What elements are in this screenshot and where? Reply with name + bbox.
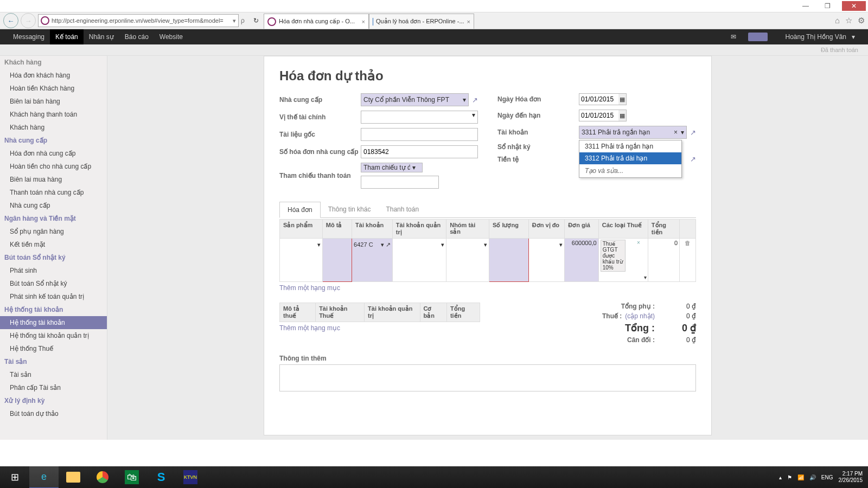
favorites-icon[interactable]: ☆ xyxy=(845,16,852,25)
sidebar-item[interactable]: Biên lai bán hàng xyxy=(0,95,107,108)
sidebar-item[interactable]: Phát sinh kế toán quản trị xyxy=(0,290,107,303)
col-qty: Số lượng xyxy=(489,220,529,239)
asset-cell[interactable]: ▾ xyxy=(448,240,487,249)
supplier-select[interactable]: Cty Cổ phần Viễn Thông FPT▾ xyxy=(361,93,469,106)
user-menu[interactable]: Hoàng Thị Hồng Vân ▾ xyxy=(774,29,860,44)
window-close[interactable]: ✕ xyxy=(842,1,866,11)
back-button[interactable]: ← xyxy=(3,13,18,28)
desc-cell[interactable] xyxy=(322,239,352,282)
sidebar-item[interactable]: Bút toán Sổ nhật ký xyxy=(0,277,107,290)
close-icon[interactable]: × xyxy=(362,18,365,25)
table-row[interactable]: ▾ 6427 C▾ ↗ ▾ ▾ ▾ 600000,0 Thuế GTGT đượ… xyxy=(280,239,696,282)
nav-accounting[interactable]: Kế toán xyxy=(50,29,84,44)
sidebar-item[interactable]: Nhà cung cấp xyxy=(0,199,107,212)
due-date-input[interactable]: ▦ xyxy=(579,110,627,121)
analytic-cell[interactable]: ▾ xyxy=(394,240,444,249)
sidebar-item[interactable]: Hệ thống Thuế xyxy=(0,342,107,355)
qty-cell[interactable] xyxy=(489,239,529,282)
update-tax-link[interactable]: (cập nhật) xyxy=(625,312,655,320)
sidebar-item[interactable]: Bút toán dự thảo xyxy=(0,407,107,420)
browser-tab-1[interactable]: Hóa đơn nhà cung cấp - O... × xyxy=(264,14,369,29)
sidebar-item[interactable]: Hóa đơn nhà cung cấp xyxy=(0,147,107,160)
payref-select[interactable]: Tham chiếu tự động▾ xyxy=(361,163,423,172)
tab-payment[interactable]: Thanh toán xyxy=(378,202,426,217)
window-minimize[interactable]: — xyxy=(799,1,813,11)
sidebar-item-chart-accounts[interactable]: Hệ thống tài khoản xyxy=(0,316,107,329)
sb-sec-supplier: Nhà cung cấp xyxy=(0,134,107,147)
sidebar-item[interactable]: Sổ phụ ngân hàng xyxy=(0,225,107,238)
col-account: Tài khoản xyxy=(352,220,393,239)
sidebar-item[interactable]: Phát sinh xyxy=(0,264,107,277)
calendar-icon[interactable]: ▦ xyxy=(618,94,626,105)
taxcol-base: Cơ bản xyxy=(420,303,446,322)
chevron-down-icon[interactable]: ▾ xyxy=(644,274,647,280)
address-url[interactable]: http://pct-engineering.erponline.vn/web#… xyxy=(52,17,231,24)
site-icon xyxy=(41,16,49,25)
add-tax-line-link[interactable]: Thêm một hạng mục xyxy=(279,322,480,334)
nav-website[interactable]: Website xyxy=(154,29,188,44)
reload-button[interactable]: ↻ xyxy=(251,17,261,24)
sidebar-item[interactable]: Kết tiền mặt xyxy=(0,238,107,251)
sidebar-item[interactable]: Thanh toán nhà cung cấp xyxy=(0,186,107,199)
nav-hr[interactable]: Nhân sự xyxy=(84,29,119,44)
account-cell[interactable]: 6427 C▾ ↗ xyxy=(354,240,391,249)
tab-invoice[interactable]: Hóa đơn xyxy=(279,202,321,218)
total-label: Tổng : xyxy=(625,322,655,334)
account-dropdown: 3311 Phải trả ngắn hạn 3312 Phải trả dài… xyxy=(579,140,682,178)
line-total-cell: 0 xyxy=(648,239,679,282)
home-icon[interactable]: ⌂ xyxy=(835,16,840,25)
payref-input[interactable] xyxy=(361,176,439,189)
total-value: 0 ₫ xyxy=(658,322,696,334)
account-select[interactable]: 3311 Phải trả ngắn hạn ×▾ xyxy=(579,126,687,139)
tax-tag: Thuế GTGT được khấu trừ 10% xyxy=(601,240,626,272)
sidebar-item[interactable]: Hoàn tiền Khách hàng xyxy=(0,82,107,95)
dropdown-option[interactable]: 3312 Phải trả dài hạn xyxy=(579,152,681,164)
taxcol-analytic: Tài khoản quản trị xyxy=(365,303,420,322)
additional-info-box[interactable] xyxy=(279,364,696,391)
calendar-icon[interactable]: ▦ xyxy=(618,110,626,121)
close-icon[interactable]: × xyxy=(467,18,470,25)
col-price: Đơn giá xyxy=(565,220,598,239)
label-duedate: Ngày đến hạn xyxy=(497,112,579,119)
sidebar-item[interactable]: Hệ thống tài khoản quản trị xyxy=(0,329,107,342)
tax-cell[interactable]: Thuế GTGT được khấu trừ 10% × ▾ xyxy=(598,239,648,282)
add-line-link[interactable]: Thêm một hạng mục xyxy=(279,282,696,294)
col-analytic: Tài khoản quản trị xyxy=(392,220,446,239)
uom-cell[interactable]: ▾ xyxy=(531,240,563,249)
delete-line-icon[interactable]: 🗑 xyxy=(680,239,696,282)
price-cell[interactable]: 600000,0 xyxy=(565,239,598,282)
tools-icon[interactable]: ⚙ xyxy=(858,16,865,25)
window-restore[interactable]: ❐ xyxy=(820,1,834,11)
messages-icon[interactable]: ✉ xyxy=(725,29,742,44)
dropdown-option[interactable]: 3311 Phải trả ngắn hạn xyxy=(579,140,681,152)
sidebar-item[interactable]: Phân cấp Tài sản xyxy=(0,381,107,394)
sidebar-item[interactable]: Khách hàng thanh toán xyxy=(0,108,107,121)
browser-tab-2[interactable]: Quản lý hoá đơn - ERPOnline -... × xyxy=(369,14,474,29)
sidebar-item[interactable]: Biên lai mua hàng xyxy=(0,173,107,186)
forward-button[interactable]: → xyxy=(21,13,36,28)
supplier-invoice-input[interactable] xyxy=(361,145,478,158)
nav-reports[interactable]: Báo cáo xyxy=(119,29,154,44)
dropdown-create[interactable]: Tạo và sửa... xyxy=(579,164,681,177)
sidebar-item[interactable]: Hóa đơn khách hàng xyxy=(0,69,107,82)
nav-messaging[interactable]: Messaging xyxy=(8,29,50,44)
external-icon[interactable]: ↗ xyxy=(472,96,478,104)
sb-sec-chart: Hệ thống tài khoản xyxy=(0,303,107,316)
fiscal-select[interactable]: ▾ xyxy=(361,111,478,124)
subtotal-value: 0 ₫ xyxy=(658,303,696,310)
tax-remove-icon[interactable]: × xyxy=(637,240,640,246)
sidebar-item[interactable]: Hoàn tiền cho nhà cung cấp xyxy=(0,160,107,173)
external-icon[interactable]: ↗ xyxy=(690,129,696,137)
label-invdate: Ngày Hóa đơn xyxy=(497,95,579,103)
additional-info-label: Thông tin thêm xyxy=(279,355,696,362)
clear-icon[interactable]: × xyxy=(674,129,678,136)
taxcol-desc: Mô tả thuế xyxy=(280,303,316,322)
invoice-date-input[interactable]: ▦ xyxy=(579,93,627,105)
external-icon[interactable]: ↗ xyxy=(690,155,696,163)
sidebar-item[interactable]: Tài sản xyxy=(0,368,107,381)
source-input[interactable] xyxy=(361,128,478,141)
product-cell[interactable]: ▾ xyxy=(282,240,321,249)
sidebar-item[interactable]: Khách hàng xyxy=(0,121,107,134)
tab-other[interactable]: Thông tin khác xyxy=(321,202,379,217)
taxtotal-label: Thuế : xyxy=(602,312,622,320)
